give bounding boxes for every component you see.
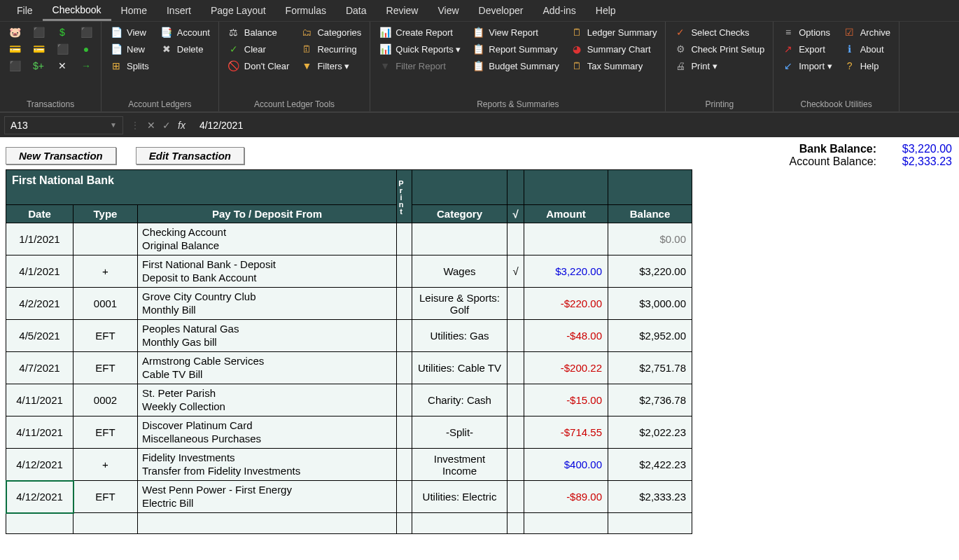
menu-add-ins[interactable]: Add-ins — [533, 1, 585, 20]
ribbon-btn--[interactable]: ⬛ — [76, 24, 97, 40]
ribbon-btn-delete[interactable]: ✖Delete — [156, 41, 214, 57]
ribbon-btn--[interactable]: ⬛ — [28, 24, 49, 40]
cell-payto[interactable]: St. Peter ParishWeekly Collection — [138, 384, 397, 416]
ribbon-btn--[interactable]: 🐷 — [4, 24, 25, 40]
ribbon-btn--[interactable]: ● — [76, 41, 97, 57]
table-row[interactable]: 4/12/2021EFTWest Penn Power - First Ener… — [6, 481, 692, 513]
cell-date[interactable]: 4/5/2021 — [6, 320, 74, 352]
menu-home[interactable]: Home — [111, 1, 157, 20]
ribbon-btn-balance[interactable]: ⚖Balance — [223, 24, 294, 40]
table-row[interactable]: 4/11/2021EFTDiscover Platinum CardMiscel… — [6, 416, 692, 449]
cell-check[interactable] — [507, 288, 524, 320]
cell-check[interactable] — [507, 449, 524, 481]
new-transaction-button[interactable]: New Transaction — [6, 147, 116, 164]
cell-payto[interactable]: First National Bank - DepositDeposit to … — [138, 255, 397, 288]
cell-print[interactable] — [397, 223, 412, 255]
cell-print[interactable] — [397, 449, 412, 481]
ribbon-btn-options[interactable]: ≡Options — [778, 24, 836, 40]
cell-type[interactable] — [74, 223, 138, 255]
ledger-table[interactable]: First National BankPrintDateTypePay To /… — [6, 169, 692, 534]
cell-balance[interactable]: $2,022.23 — [608, 416, 692, 449]
ribbon-btn-categories[interactable]: 🗂Categories — [296, 24, 365, 40]
ribbon-btn-import-[interactable]: ↙Import ▾ — [778, 58, 836, 74]
cell-category[interactable]: -Split- — [412, 416, 507, 449]
ribbon-btn-new[interactable]: 📄New — [106, 41, 153, 57]
cell-category[interactable]: Utilities: Electric — [412, 481, 507, 513]
ribbon-btn-summary-chart[interactable]: ◕Summary Chart — [566, 41, 662, 57]
cell-print[interactable] — [397, 255, 412, 288]
cell-print[interactable] — [397, 288, 412, 320]
cell-balance[interactable]: $2,952.00 — [608, 320, 692, 352]
cell-category[interactable]: Wages — [412, 255, 507, 288]
ribbon-btn--[interactable]: $ — [52, 24, 73, 40]
menu-insert[interactable]: Insert — [157, 1, 201, 20]
cell-payto[interactable]: Discover Platinum CardMiscellaneous Purc… — [138, 416, 397, 449]
cell-payto[interactable]: Armstrong Cable ServicesCable TV Bill — [138, 352, 397, 384]
cell-balance[interactable]: $2,333.23 — [608, 481, 692, 513]
name-box[interactable]: A13 ▼ — [4, 116, 123, 134]
ribbon-btn-archive[interactable]: ☑Archive — [839, 24, 895, 40]
cell-check[interactable] — [507, 481, 524, 513]
cell-date[interactable]: 4/11/2021 — [6, 384, 74, 416]
edit-transaction-button[interactable]: Edit Transaction — [136, 147, 244, 164]
cell-amount[interactable]: $400.00 — [524, 449, 608, 481]
cell-date[interactable]: 4/12/2021 — [6, 449, 74, 481]
ribbon-btn--[interactable]: ⬛ — [4, 58, 25, 74]
cell-category[interactable]: Investment Income — [412, 449, 507, 481]
ribbon-btn-export[interactable]: ↗Export — [778, 41, 836, 57]
menu-review[interactable]: Review — [377, 1, 428, 20]
cell-date[interactable]: 4/12/2021 — [6, 481, 74, 513]
cell-type[interactable]: 0001 — [74, 288, 138, 320]
table-row[interactable] — [6, 513, 692, 534]
cell-amount[interactable]: -$714.55 — [524, 416, 608, 449]
cell-date[interactable]: 4/7/2021 — [6, 352, 74, 384]
ribbon-btn-quick-reports-[interactable]: 📊Quick Reports ▾ — [374, 41, 465, 57]
menu-checkbook[interactable]: Checkbook — [43, 1, 111, 21]
cell-amount[interactable]: $3,220.00 — [524, 255, 608, 288]
cell-category[interactable]: Utilities: Gas — [412, 320, 507, 352]
ribbon-btn--[interactable]: ⬛ — [52, 41, 73, 57]
cell-payto[interactable]: Grove City Country ClubMonthly Bill — [138, 288, 397, 320]
menu-file[interactable]: File — [7, 1, 43, 20]
cell-check[interactable] — [507, 223, 524, 255]
ribbon-btn-account[interactable]: 📑Account — [156, 24, 214, 40]
cell-check[interactable] — [507, 352, 524, 384]
menu-formulas[interactable]: Formulas — [276, 1, 336, 20]
ribbon-btn--[interactable]: 💳 — [28, 41, 49, 57]
menu-page-layout[interactable]: Page Layout — [201, 1, 276, 20]
cell-balance[interactable]: $2,422.23 — [608, 449, 692, 481]
cell-type[interactable]: EFT — [74, 416, 138, 449]
cell-type[interactable]: + — [74, 449, 138, 481]
cell-payto[interactable]: Checking AccountOriginal Balance — [138, 223, 397, 255]
ribbon-btn-budget-summary[interactable]: 📋Budget Summary — [468, 58, 563, 74]
ribbon-btn--[interactable]: → — [76, 58, 97, 74]
cell-payto[interactable]: Peoples Natural GasMonthly Gas bill — [138, 320, 397, 352]
cell-date[interactable]: 4/11/2021 — [6, 416, 74, 449]
cell-balance[interactable]: $3,000.00 — [608, 288, 692, 320]
table-row[interactable]: 4/5/2021EFTPeoples Natural GasMonthly Ga… — [6, 320, 692, 352]
cell-check[interactable] — [507, 384, 524, 416]
cell-check[interactable] — [507, 320, 524, 352]
ribbon-btn-check-print-setup[interactable]: ⚙Check Print Setup — [670, 41, 769, 57]
ribbon-btn-filters-[interactable]: ▼Filters ▾ — [296, 58, 365, 74]
ribbon-btn-ledger-summary[interactable]: 🗒Ledger Summary — [566, 24, 662, 40]
ribbon-btn-view[interactable]: 📄View — [106, 24, 153, 40]
cell-check[interactable] — [507, 416, 524, 449]
ribbon-btn--[interactable]: ✕ — [52, 58, 73, 74]
cell-date[interactable]: 4/1/2021 — [6, 255, 74, 288]
cell-balance[interactable]: $3,220.00 — [608, 255, 692, 288]
cell-category[interactable]: Utilities: Cable TV — [412, 352, 507, 384]
ribbon-btn-help[interactable]: ?Help — [839, 58, 895, 74]
menu-data[interactable]: Data — [336, 1, 377, 20]
cell-balance[interactable]: $0.00 — [608, 223, 692, 255]
cell-category[interactable]: Charity: Cash — [412, 384, 507, 416]
ribbon-btn-create-report[interactable]: 📊Create Report — [374, 24, 465, 40]
cell-amount[interactable]: -$89.00 — [524, 481, 608, 513]
cell-amount[interactable]: -$220.00 — [524, 288, 608, 320]
cell-balance[interactable]: $2,736.78 — [608, 384, 692, 416]
cell-check[interactable]: √ — [507, 255, 524, 288]
table-row[interactable]: 1/1/2021Checking AccountOriginal Balance… — [6, 223, 692, 255]
ribbon-btn-clear[interactable]: ✓Clear — [223, 41, 294, 57]
table-row[interactable]: 4/2/20210001Grove City Country ClubMonth… — [6, 288, 692, 320]
cell-payto[interactable]: West Penn Power - First EnergyElectric B… — [138, 481, 397, 513]
